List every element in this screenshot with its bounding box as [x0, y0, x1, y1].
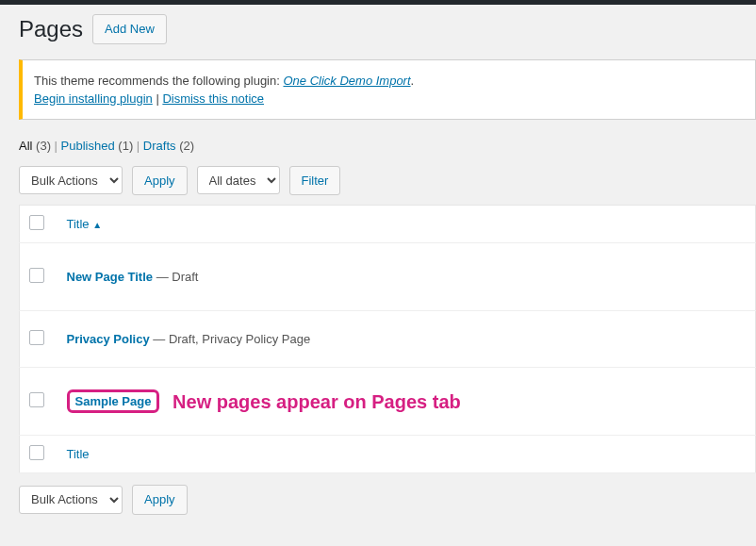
filter-sep: |	[137, 139, 143, 153]
notice-sep: |	[153, 91, 163, 106]
row-checkbox[interactable]	[29, 392, 44, 407]
date-filter-select[interactable]: All dates	[197, 166, 280, 194]
row-title-link[interactable]: Privacy Policy	[67, 332, 150, 346]
filter-all[interactable]: All (3)	[19, 139, 51, 153]
notice-text: This theme recommends the following plug…	[34, 74, 283, 88]
filter-published[interactable]: Published (1)	[61, 139, 134, 153]
row-state: — Draft	[153, 270, 198, 284]
page-wrap: Pages Add New This theme recommends the …	[0, 5, 756, 534]
page-header: Pages Add New	[19, 14, 756, 44]
filter-drafts[interactable]: Drafts (2)	[143, 139, 194, 153]
bulk-actions-select-bottom[interactable]: Bulk Actions	[19, 486, 123, 514]
table-foot-row: Title	[20, 436, 756, 473]
annotation-highlight: Sample Page	[67, 389, 160, 413]
table-row: Sample Page New pages appear on Pages ta…	[20, 368, 756, 436]
row-title-link[interactable]: Sample Page	[75, 394, 152, 408]
bulk-actions-select[interactable]: Bulk Actions	[19, 166, 123, 194]
row-checkbox[interactable]	[29, 330, 44, 345]
row-state: — Draft, Privacy Policy Page	[150, 332, 311, 346]
apply-button-bottom[interactable]: Apply	[132, 485, 188, 515]
select-all-checkbox-top[interactable]	[29, 215, 44, 230]
table-row: Privacy Policy — Draft, Privacy Policy P…	[20, 311, 756, 368]
top-actions: Bulk Actions Apply All dates Filter	[19, 166, 756, 196]
annotation-text: New pages appear on Pages tab	[173, 391, 461, 413]
status-filters: All (3) | Published (1) | Drafts (2)	[19, 139, 756, 153]
notice-suffix: .	[411, 74, 415, 88]
col-title-label: Title	[67, 217, 90, 231]
col-title-footer[interactable]: Title	[58, 436, 756, 473]
pages-table: Title ▲ New Page Title — Draft Privacy P…	[19, 205, 756, 473]
table-head-row: Title ▲	[20, 206, 756, 243]
filter-button[interactable]: Filter	[289, 166, 341, 196]
sort-asc-icon: ▲	[92, 220, 102, 230]
apply-button-top[interactable]: Apply	[132, 166, 188, 196]
plugin-link[interactable]: One Click Demo Import	[283, 74, 410, 88]
add-new-button[interactable]: Add New	[92, 14, 167, 44]
row-title-link[interactable]: New Page Title	[67, 270, 154, 284]
page-title: Pages	[19, 16, 83, 42]
filter-sep: |	[55, 139, 61, 153]
begin-install-link[interactable]: Begin installing plugin	[34, 91, 153, 106]
dismiss-notice-link[interactable]: Dismiss this notice	[162, 91, 264, 106]
col-title-header[interactable]: Title ▲	[58, 206, 756, 243]
table-row: New Page Title — Draft	[20, 243, 756, 311]
plugin-recommendation-notice: This theme recommends the following plug…	[19, 59, 756, 120]
row-checkbox[interactable]	[29, 268, 44, 283]
bottom-actions: Bulk Actions Apply	[19, 485, 756, 515]
select-all-checkbox-bottom[interactable]	[29, 445, 44, 460]
